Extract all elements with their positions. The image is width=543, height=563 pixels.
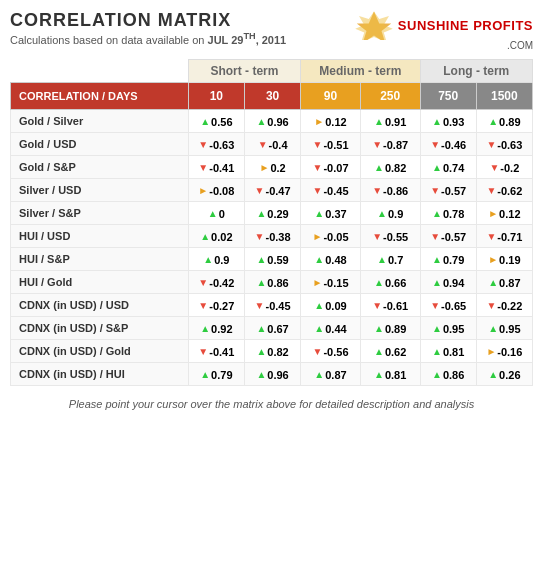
data-cell: ▲0.81: [360, 363, 420, 386]
direction-icon: ▲: [488, 369, 498, 380]
direction-icon: ▲: [432, 208, 442, 219]
cell-value: ▲0.74: [432, 162, 464, 174]
data-cell: ▲0.82: [244, 340, 300, 363]
data-cell: ▲0.82: [360, 156, 420, 179]
numeric-value: -0.08: [209, 185, 234, 197]
numeric-value: 0.09: [325, 300, 346, 312]
numeric-value: 0.62: [385, 346, 406, 358]
logo-com: .COM: [354, 40, 533, 51]
data-cell: ▲0.59: [244, 248, 300, 271]
table-row: CDNX (in USD) / Gold▼-0.41▲0.82▼-0.56▲0.…: [11, 340, 533, 363]
cell-value: ▼-0.56: [313, 346, 349, 358]
numeric-value: 0.19: [499, 254, 520, 266]
direction-icon: ►: [259, 162, 269, 173]
cell-value: ▲0.93: [432, 116, 464, 128]
direction-icon: ►: [314, 116, 324, 127]
cell-value: ▲0.91: [374, 116, 406, 128]
row-label: CDNX (in USD) / USD: [11, 294, 189, 317]
direction-icon: ▼: [372, 231, 382, 242]
direction-icon: ▲: [374, 369, 384, 380]
data-cell: ►0.2: [244, 156, 300, 179]
numeric-value: -0.57: [441, 185, 466, 197]
data-cell: ▲0.94: [420, 271, 476, 294]
numeric-value: 0.29: [267, 208, 288, 220]
numeric-value: 0.66: [385, 277, 406, 289]
table-container: Short - term Medium - term Long - term C…: [10, 59, 533, 386]
data-cell: ▲0.79: [188, 363, 244, 386]
main-title: CORRELATION MATRIX: [10, 10, 286, 31]
direction-icon: ►: [313, 231, 323, 242]
numeric-value: -0.87: [383, 139, 408, 151]
direction-icon: ▼: [486, 139, 496, 150]
data-cell: ▲0.89: [360, 317, 420, 340]
cell-value: ▼-0.51: [313, 139, 349, 151]
empty-header: [11, 60, 189, 83]
data-cell: ▲0.96: [244, 110, 300, 133]
data-cell: ▲0.92: [188, 317, 244, 340]
cell-value: ▲0.56: [200, 116, 232, 128]
data-cell: ►0.12: [301, 110, 361, 133]
cell-value: ▲0.89: [374, 323, 406, 335]
numeric-value: 0.9: [388, 208, 403, 220]
direction-icon: ▲: [200, 369, 210, 380]
direction-icon: ▲: [208, 208, 218, 219]
data-cell: ▲0.89: [476, 110, 532, 133]
numeric-value: 0.89: [385, 323, 406, 335]
cell-value: ▲0.26: [488, 369, 520, 381]
cell-value: ▲0.62: [374, 346, 406, 358]
row-label: HUI / USD: [11, 225, 189, 248]
direction-icon: ►: [488, 208, 498, 219]
numeric-value: 0.96: [267, 116, 288, 128]
numeric-value: 0.56: [211, 116, 232, 128]
direction-icon: ▼: [313, 162, 323, 173]
data-cell: ▼-0.07: [301, 156, 361, 179]
direction-icon: ▼: [255, 231, 265, 242]
row-label: Gold / USD: [11, 133, 189, 156]
cell-value: ►0.19: [488, 254, 520, 266]
data-cell: ▲0.7: [360, 248, 420, 271]
numeric-value: -0.63: [209, 139, 234, 151]
data-cell: ▲0.37: [301, 202, 361, 225]
data-cell: ▼-0.57: [420, 225, 476, 248]
cell-value: ▲0.09: [314, 300, 346, 312]
data-cell: ▼-0.41: [188, 156, 244, 179]
direction-icon: ▼: [430, 300, 440, 311]
table-row: HUI / USD▲0.02▼-0.38►-0.05▼-0.55▼-0.57▼-…: [11, 225, 533, 248]
numeric-value: 0.48: [325, 254, 346, 266]
direction-icon: ▲: [314, 254, 324, 265]
data-cell: ▲0.78: [420, 202, 476, 225]
data-cell: ▲0.62: [360, 340, 420, 363]
direction-icon: ▼: [313, 185, 323, 196]
numeric-value: 0.92: [211, 323, 232, 335]
numeric-value: 0.82: [385, 162, 406, 174]
data-cell: ▼-0.62: [476, 179, 532, 202]
numeric-value: 0.44: [325, 323, 346, 335]
numeric-value: -0.2: [500, 162, 519, 174]
data-cell: ▼-0.38: [244, 225, 300, 248]
cell-value: ▲0.9: [203, 254, 229, 266]
row-label: HUI / S&P: [11, 248, 189, 271]
table-row: Gold / S&P▼-0.41►0.2▼-0.07▲0.82▲0.74▼-0.…: [11, 156, 533, 179]
sun-icon: [354, 10, 394, 40]
cell-value: ▲0.79: [200, 369, 232, 381]
numeric-value: -0.57: [441, 231, 466, 243]
cell-value: ▼-0.63: [486, 139, 522, 151]
logo-text: SUNSHINE PROFITS: [398, 18, 533, 33]
data-cell: ▲0.66: [360, 271, 420, 294]
cell-value: ▲0.87: [314, 369, 346, 381]
direction-icon: ▲: [432, 254, 442, 265]
numeric-value: -0.46: [441, 139, 466, 151]
cell-value: ▲0.7: [377, 254, 403, 266]
cell-value: ▲0.9: [377, 208, 403, 220]
data-cell: ▲0.44: [301, 317, 361, 340]
cell-value: ▲0.79: [432, 254, 464, 266]
col-90: 90: [301, 83, 361, 110]
data-cell: ►-0.05: [301, 225, 361, 248]
cell-value: ►0.2: [259, 162, 285, 174]
data-cell: ▲0.09: [301, 294, 361, 317]
cell-value: ►-0.08: [198, 185, 234, 197]
row-label: Gold / Silver: [11, 110, 189, 133]
cell-value: ▼-0.07: [313, 162, 349, 174]
numeric-value: -0.38: [265, 231, 290, 243]
direction-icon: ▲: [314, 300, 324, 311]
